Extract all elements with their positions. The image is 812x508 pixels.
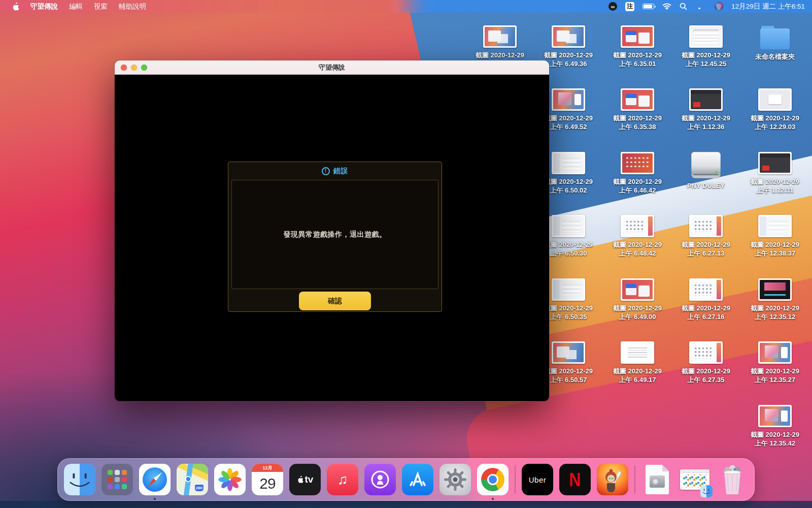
desktop-icon[interactable]: 截圖 2020-12-29上午 1.12.31: [745, 152, 805, 195]
error-exclamation-icon: !: [322, 167, 330, 175]
dock-chrome[interactable]: [477, 464, 509, 495]
apple-menu[interactable]: [6, 0, 25, 13]
dock-app-store[interactable]: [402, 464, 433, 495]
calendar-day: 29: [252, 472, 283, 495]
dock-finder[interactable]: [64, 464, 95, 495]
dock-separator: [515, 465, 516, 494]
dock: 280 12月 29 tv ♫: [57, 458, 755, 501]
desktop-icon-label: 截圖 2020-12-29上午 6.49.36: [544, 51, 593, 68]
control-center-icon[interactable]: [695, 3, 706, 10]
desktop-icon[interactable]: 截圖 2020-12-29上午 6.49.17: [607, 341, 668, 384]
error-message: 發現異常遊戲操作，退出遊戲。: [284, 230, 387, 239]
disk-image-icon: [646, 465, 669, 494]
desktop-icon-label: 截圖 2020-12-29上午 6.27.35: [682, 367, 730, 384]
desktop-icon[interactable]: 未命名檔案夾: [745, 25, 805, 61]
apple-tv-label: tv: [305, 474, 314, 485]
dock-guardian-tales[interactable]: [597, 464, 628, 495]
dock-minimized-window[interactable]: [679, 464, 710, 495]
netflix-n-icon: N: [569, 469, 581, 491]
dock-trash[interactable]: [717, 464, 748, 495]
desktop-icon[interactable]: 截圖 2020-12-29上午 6.48.42: [607, 215, 668, 258]
screenshot-thumbnail: [758, 215, 792, 237]
desktop-icon-label: 截圖 2020-12-29上午 6.50.02: [544, 177, 593, 195]
desktop-icon[interactable]: 截圖 2020-12-29上午 6.35.01: [607, 25, 668, 68]
menu-bar: 守望傳說 編輯 視窗 輔助說明 ∞ 注: [0, 0, 812, 13]
desktop-icon-label: 截圖 2020-12-29上午 6.46.42: [613, 177, 662, 195]
dock-photos[interactable]: [214, 464, 246, 495]
menu-edit[interactable]: 編輯: [63, 0, 88, 13]
game-window: 守望傳說 ! 錯誤 發現異常遊戲操作，退出遊戲。 確認: [115, 60, 549, 402]
dock-netflix[interactable]: N: [559, 464, 591, 495]
screenshot-thumbnail: [689, 25, 723, 48]
dock-launchpad[interactable]: [101, 464, 133, 495]
desktop-icon[interactable]: 截圖 2020-12-29上午 12.29.03: [745, 88, 805, 131]
screenshot-thumbnail: [483, 25, 517, 48]
dock-disk-image-file[interactable]: [641, 464, 673, 495]
desktop-icon[interactable]: 截圖 2020-12-29上午 12.35.27: [745, 341, 805, 384]
desktop-icon-label: 未命名檔案夾: [755, 52, 795, 61]
dock-safari[interactable]: [139, 464, 171, 495]
finder-icon: [64, 464, 95, 495]
creative-cloud-icon[interactable]: ∞: [608, 2, 617, 11]
gear-icon: [443, 467, 468, 492]
menu-window[interactable]: 視窗: [88, 0, 113, 13]
dock-music[interactable]: ♫: [327, 464, 358, 495]
desktop-icon-label: 截圖 2020-12-29上午 12.45.25: [682, 51, 730, 68]
menu-app-name[interactable]: 守望傳說: [25, 0, 63, 13]
desktop-icon-label: 截圖 2020-12-29上午 6.35.01: [613, 51, 662, 68]
apple-tv-apple-icon: [297, 475, 303, 484]
confirm-button[interactable]: 確認: [299, 292, 371, 310]
close-button[interactable]: [121, 65, 127, 71]
minimize-button[interactable]: [131, 65, 137, 71]
desktop-icon[interactable]: 截圖 2020-12-29上午 12.35.42: [745, 405, 805, 448]
wifi-icon[interactable]: [662, 3, 671, 10]
spotlight-search-icon[interactable]: [680, 3, 687, 10]
desktop-icon-label: 截圖 2020-12-29上午 6.27.13: [682, 240, 730, 258]
desktop-icon[interactable]: 截圖 2020-12-29上午 6.46.42: [607, 152, 668, 195]
battery-icon[interactable]: [642, 4, 654, 9]
desktop-icon[interactable]: 截圖 2020-12-29上午 6.27.13: [675, 215, 736, 258]
music-note-icon: ♫: [337, 471, 348, 488]
dock-uber[interactable]: Uber: [522, 464, 553, 495]
screenshot-thumbnail: [621, 152, 654, 174]
error-message-panel: 發現異常遊戲操作，退出遊戲。: [231, 180, 438, 289]
desktop-icon[interactable]: 截圖 2020-12-29: [469, 25, 530, 59]
screenshot-thumbnail: [689, 215, 723, 237]
input-method-badge[interactable]: 注: [625, 2, 634, 11]
zoom-button[interactable]: [141, 65, 147, 71]
screenshot-thumbnail: [689, 341, 723, 364]
screenshot-thumbnail: [621, 278, 654, 301]
siri-icon[interactable]: [715, 2, 723, 11]
desktop-icon-label: 截圖 2020-12-29上午 6.49.00: [613, 304, 662, 321]
desktop-icon-label: 截圖 2020-12-29上午 6.49.17: [613, 367, 662, 384]
menu-bar-clock[interactable]: 12月29日 週二 上午6:51: [731, 2, 805, 11]
screenshot-thumbnail: [621, 215, 654, 237]
screenshot-thumbnail: [552, 88, 585, 111]
desktop-icon[interactable]: 截圖 2020-12-29上午 12.38.37: [745, 215, 805, 258]
desktop-icon[interactable]: 截圖 2020-12-29上午 12.35.12: [745, 278, 805, 321]
screenshot-thumbnail: [758, 88, 792, 111]
desktop-icon-label: 截圖 2020-12-29上午 12.35.12: [751, 304, 799, 321]
screenshot-thumbnail: [689, 88, 723, 111]
dock-system-preferences[interactable]: [439, 464, 471, 495]
dock-separator: [634, 465, 635, 494]
desktop-icon[interactable]: 截圖 2020-12-29上午 6.27.35: [675, 341, 736, 384]
photos-flower-icon: [217, 466, 243, 493]
desktop-icon[interactable]: 截圖 2020-12-29上午 6.35.38: [607, 88, 668, 131]
desktop-icon-label: 截圖 2020-12-29上午 6.27.16: [682, 304, 730, 321]
dock-maps[interactable]: 280: [177, 464, 208, 495]
desktop-icon-label: 截圖 2020-12-29上午 12.29.03: [751, 114, 799, 131]
menu-help[interactable]: 輔助說明: [113, 0, 152, 13]
desktop-icon[interactable]: 截圖 2020-12-29上午 6.49.00: [607, 278, 668, 321]
dock-podcasts[interactable]: [364, 464, 396, 495]
desktop-icon[interactable]: 截圖 2020-12-29上午 12.45.25: [675, 25, 736, 68]
error-dialog-title: 錯誤: [333, 167, 349, 176]
dock-calendar[interactable]: 12月 29: [252, 464, 283, 495]
desktop-icon[interactable]: PNY DULEY: [675, 152, 736, 190]
dock-apple-tv[interactable]: tv: [289, 464, 321, 495]
desktop-icon[interactable]: 截圖 2020-12-29上午 1.12.36: [675, 88, 736, 131]
game-content: ! 錯誤 發現異常遊戲操作，退出遊戲。 確認: [115, 75, 549, 401]
desktop-icon[interactable]: 截圖 2020-12-29上午 6.27.16: [675, 278, 736, 321]
window-titlebar[interactable]: 守望傳說: [115, 60, 549, 75]
desktop-icon-label: 截圖 2020-12-29上午 6.50.30: [544, 240, 593, 258]
